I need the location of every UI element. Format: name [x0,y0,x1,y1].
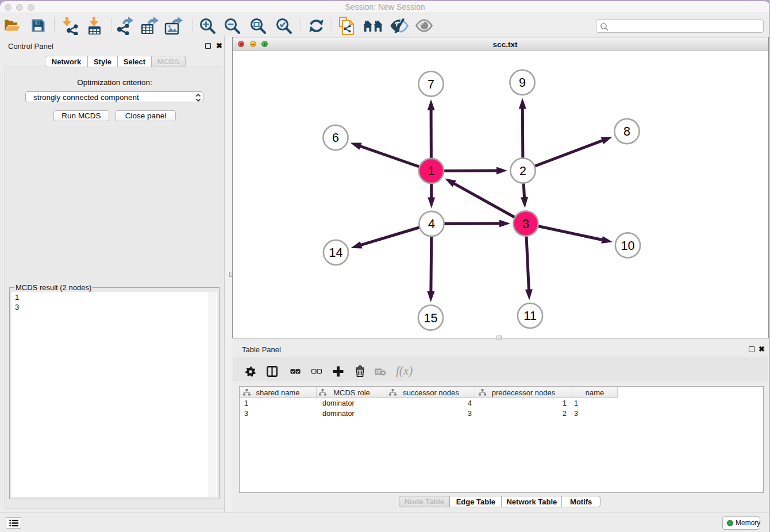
svg-text:11: 11 [523,309,536,323]
svg-text:1: 1 [428,164,435,178]
svg-text:9: 9 [519,76,526,90]
svg-text:7: 7 [428,78,434,91]
svg-text:2: 2 [519,164,526,178]
svg-text:10: 10 [621,239,635,253]
svg-text:14: 14 [329,246,343,260]
svg-text:3: 3 [522,217,529,231]
svg-text:6: 6 [332,131,339,145]
svg-text:4: 4 [428,217,435,231]
svg-text:15: 15 [424,311,438,325]
svg-text:8: 8 [623,125,630,138]
